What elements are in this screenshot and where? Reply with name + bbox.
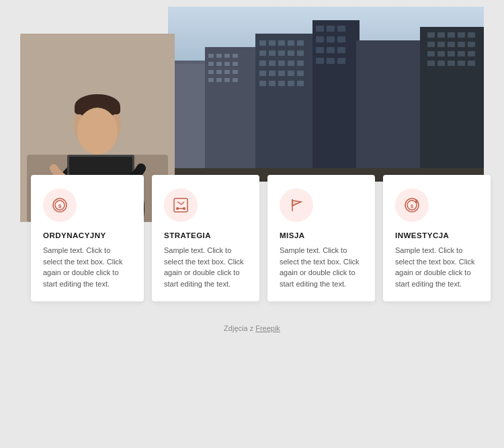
svg-rect-48	[259, 61, 266, 66]
svg-rect-93	[458, 61, 465, 66]
svg-rect-23	[216, 54, 222, 58]
svg-rect-58	[259, 81, 266, 86]
svg-rect-43	[259, 50, 266, 56]
card-strategia[interactable]: STRATEGIA Sample text. Click to select t…	[152, 175, 259, 301]
svg-rect-85	[427, 51, 435, 57]
svg-text:$: $	[411, 204, 413, 209]
svg-rect-27	[216, 62, 222, 66]
svg-rect-26	[208, 62, 214, 66]
coin-icon: $	[51, 196, 69, 214]
svg-rect-56	[288, 71, 294, 76]
invest-icon: $	[403, 196, 421, 214]
svg-rect-83	[458, 42, 465, 47]
footer-credit: Zdjęcia z Freepik	[0, 315, 504, 339]
svg-rect-44	[269, 50, 276, 56]
svg-rect-94	[468, 61, 475, 66]
svg-rect-59	[269, 81, 276, 86]
svg-rect-66	[316, 36, 324, 42]
card-ordynacyjny-title: ORDYNACYJNY	[43, 231, 132, 239]
svg-rect-33	[233, 70, 238, 74]
svg-rect-30	[208, 70, 214, 74]
svg-rect-17	[205, 47, 259, 182]
card-misja[interactable]: MISJA Sample text. Click to select the t…	[267, 175, 375, 301]
svg-point-9	[103, 120, 108, 124]
svg-rect-63	[316, 26, 324, 32]
strategy-icon	[172, 196, 190, 214]
footer-credit-text: Zdjęcia z	[224, 324, 255, 332]
svg-point-10	[95, 126, 99, 132]
svg-rect-50	[278, 61, 285, 66]
svg-rect-36	[224, 78, 230, 82]
svg-rect-24	[224, 54, 230, 58]
svg-rect-61	[288, 81, 294, 86]
svg-rect-54	[269, 71, 276, 76]
svg-rect-92	[448, 61, 455, 66]
svg-rect-16	[171, 64, 205, 178]
svg-rect-32	[224, 70, 230, 74]
svg-rect-29	[233, 62, 238, 66]
strategy-icon-wrapper	[164, 188, 198, 222]
svg-rect-82	[448, 42, 455, 47]
svg-rect-91	[437, 61, 445, 66]
svg-rect-73	[327, 58, 335, 64]
freepik-link[interactable]: Freepik	[255, 324, 280, 332]
svg-rect-7	[75, 104, 120, 114]
svg-rect-87	[448, 51, 455, 57]
card-inwestycja[interactable]: $ INWESTYCJA Sample text. Click to selec…	[383, 175, 491, 301]
svg-rect-78	[458, 32, 465, 38]
svg-rect-75	[427, 32, 435, 38]
svg-line-100	[177, 202, 181, 204]
svg-rect-68	[337, 36, 345, 42]
svg-rect-60	[278, 81, 285, 86]
svg-rect-79	[468, 32, 475, 38]
svg-rect-57	[297, 71, 304, 76]
svg-rect-45	[278, 50, 285, 56]
svg-rect-62	[297, 81, 304, 86]
svg-rect-20	[356, 40, 423, 182]
svg-rect-52	[297, 61, 304, 66]
svg-rect-77	[448, 32, 455, 38]
svg-rect-65	[337, 26, 345, 32]
svg-rect-47	[297, 50, 304, 56]
svg-rect-64	[327, 26, 335, 32]
svg-rect-35	[216, 78, 222, 82]
svg-rect-34	[208, 78, 214, 82]
svg-point-8	[87, 120, 92, 124]
svg-rect-22	[208, 54, 214, 58]
svg-rect-71	[337, 47, 345, 53]
svg-rect-25	[233, 54, 238, 58]
svg-line-101	[181, 202, 184, 204]
city-image	[168, 7, 484, 182]
svg-rect-38	[259, 40, 266, 46]
svg-rect-28	[224, 62, 230, 66]
svg-rect-46	[288, 50, 294, 56]
flag-icon-wrapper	[280, 188, 313, 222]
svg-rect-81	[437, 42, 445, 47]
card-misja-text: Sample text. Click to select the text bo…	[280, 245, 363, 289]
svg-rect-53	[259, 71, 266, 76]
svg-rect-88	[458, 51, 465, 57]
cards-section: $ ORDYNACYJNY Sample text. Click to sele…	[0, 175, 504, 315]
svg-rect-40	[278, 40, 285, 46]
svg-rect-42	[297, 40, 304, 46]
svg-rect-80	[427, 42, 435, 47]
svg-rect-4	[89, 131, 106, 151]
svg-rect-76	[437, 32, 445, 38]
card-misja-title: MISJA	[280, 231, 363, 239]
card-ordynacyjny[interactable]: $ ORDYNACYJNY Sample text. Click to sele…	[31, 175, 144, 301]
svg-rect-37	[233, 78, 238, 82]
svg-rect-39	[269, 40, 276, 46]
svg-rect-67	[327, 36, 335, 42]
svg-rect-19	[312, 20, 360, 182]
svg-rect-84	[468, 42, 475, 47]
svg-rect-90	[427, 61, 435, 66]
svg-rect-70	[327, 47, 335, 53]
card-ordynacyjny-text: Sample text. Click to select the text bo…	[43, 245, 132, 289]
card-strategia-title: STRATEGIA	[164, 231, 247, 239]
svg-rect-31	[216, 70, 222, 74]
flag-icon	[288, 196, 305, 214]
svg-rect-89	[468, 51, 475, 57]
svg-rect-49	[269, 61, 276, 66]
page-wrapper: $ ORDYNACYJNY Sample text. Click to sele…	[0, 0, 504, 448]
svg-rect-51	[288, 61, 294, 66]
